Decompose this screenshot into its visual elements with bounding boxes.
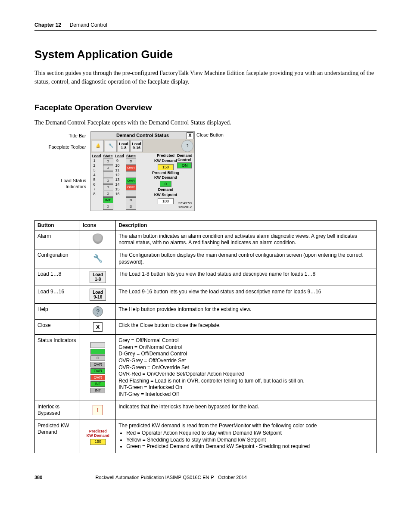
faceplate-titlebar: Demand Control Status X — [91, 132, 194, 139]
chapter-label: Chapter 12 — [34, 22, 61, 28]
predicted-kw-icon: Predicted KW Demand 150 — [87, 429, 109, 445]
state-col-2: State D OVR OVR OVR D D — [126, 154, 136, 210]
col-head-state: State — [103, 154, 113, 158]
th-button: Button — [35, 220, 80, 230]
faceplate-readouts: Demand Control ON Predicted KW Demand 15… — [138, 154, 193, 210]
state-box: D — [103, 204, 113, 210]
help-button[interactable]: ? — [181, 140, 193, 152]
load-9-16-button[interactable]: Load 9-16 — [131, 140, 143, 152]
page-footer: 380 Rockwell Automation Publication IASI… — [34, 475, 377, 480]
button-desc: The Help button provides information for… — [116, 304, 377, 320]
predicted-desc-lead: The predicted KW demand is read from the… — [118, 423, 317, 429]
state-box: D — [103, 191, 113, 197]
status-desc-line: INT-Grey = Interlocked Off — [118, 391, 374, 398]
status-desc-line: Red Flashing = Load is not in OVR, contr… — [118, 378, 374, 385]
table-row: Alarm The alarm button indicates an alar… — [35, 230, 377, 249]
state-box: D — [103, 178, 113, 184]
load-1-8-button[interactable]: Load 1-8 — [118, 140, 130, 152]
table-row: Load 1…8 Load 1-8 The Load 1-8 button le… — [35, 268, 377, 286]
load-num: 5 — [92, 177, 97, 182]
state-box: INT — [103, 197, 113, 203]
state-col-1: State D D D D D INT D — [103, 154, 113, 210]
dc-value: ON — [177, 162, 192, 168]
state-box — [126, 171, 136, 177]
load-num: 11 — [115, 168, 120, 172]
intro-paragraph: This section guides you through the pre-… — [34, 69, 377, 86]
load-num: 8 — [92, 192, 97, 196]
table-row: Help ? The Help button provides informat… — [35, 304, 377, 320]
state-box — [126, 191, 136, 197]
load-1-8-icon: Load 1-8 — [90, 271, 106, 283]
load-num: 2 — [92, 163, 97, 168]
status-green-icon — [90, 349, 105, 355]
status-desc-line: INT-Green = Interlocked On — [118, 384, 374, 391]
load-num: 9 — [115, 159, 120, 163]
status-ovr-green-icon: OVR — [90, 368, 105, 374]
load-num: 4 — [92, 173, 97, 177]
button-name: Configuration — [35, 249, 80, 268]
button-desc: Grey = Off/Normal Control Green = On/Nor… — [116, 335, 377, 401]
state-box: D — [103, 184, 113, 190]
faceplate-time: 22:43:59 — [178, 201, 192, 205]
alarm-button[interactable]: 🔔 — [92, 140, 104, 152]
status-indicator-stack: D OVR OVR OVR INT INT — [90, 342, 105, 393]
load18-l2: 1-8 — [121, 146, 126, 150]
state-box: D — [126, 159, 136, 165]
state-box: OVR — [126, 184, 136, 190]
predicted-value: 150 — [158, 164, 174, 170]
load-num: 15 — [115, 187, 120, 191]
load-num: 1 — [92, 159, 97, 163]
status-desc-line: OVR-Grey = Off/Override Set — [118, 358, 374, 364]
wrench-icon: 🔧 — [93, 254, 103, 263]
section-heading: Faceplate Operation Overview — [34, 103, 377, 112]
th-description: Description — [116, 220, 377, 230]
button-desc: The predicted KW demand is read from the… — [116, 420, 377, 453]
button-name: Interlocks Bypassed — [35, 401, 80, 420]
predicted-label-l2: KW Demand — [154, 159, 177, 163]
status-d-icon: D — [90, 355, 105, 361]
table-row: Status Indicators D OVR OVR OVR INT INT … — [35, 335, 377, 401]
state-box — [103, 171, 113, 177]
button-desc: The Load 1-8 button lets you view the lo… — [116, 268, 377, 286]
state-box: D — [126, 204, 136, 210]
state-box: D — [103, 165, 113, 171]
button-desc: The Configuration button displays the ma… — [116, 249, 377, 268]
load-num: 10 — [115, 163, 120, 168]
publication-info: Rockwell Automation Publication IASIMP-Q… — [95, 475, 246, 480]
interlock-bypassed-icon: ! — [93, 405, 103, 415]
th-icons: Icons — [80, 220, 116, 230]
col-head-state: State — [126, 154, 136, 158]
help-icon: ? — [93, 306, 103, 317]
button-name: Close — [35, 320, 80, 335]
pred-icon-val: 150 — [90, 439, 106, 445]
icon-text-l1: Load — [93, 272, 103, 277]
status-desc-line: Grey = Off/Normal Control — [118, 337, 374, 344]
faceplate-toolbar: 🔔 🔧 Load 1-8 Load 9-16 ? — [91, 139, 194, 153]
button-name: Alarm — [35, 230, 80, 249]
faceplate-panel: Demand Control Status X 🔔 🔧 Load 1-8 Loa… — [90, 131, 195, 211]
close-icon[interactable]: X — [187, 132, 193, 139]
status-int-green-icon: INT — [90, 381, 105, 387]
load-num: 13 — [115, 177, 120, 182]
pred-icon-l2: KW Demand — [87, 434, 109, 438]
button-table: Button Icons Description Alarm The alarm… — [34, 220, 377, 453]
button-name: Help — [35, 304, 80, 320]
status-desc-line: D-Grey = Off/Demand Control — [118, 351, 374, 358]
table-row: Interlocks Bypassed ! Indicates that the… — [35, 401, 377, 420]
load-9-16-icon: Load 9-16 — [90, 289, 106, 301]
status-int-grey-icon: INT — [90, 388, 105, 393]
load-num: 12 — [115, 173, 120, 177]
callout-faceplate-toolbar: Faceplate Toolbar — [34, 144, 86, 149]
icon-text-l1: Load — [93, 290, 103, 295]
state-box: D — [126, 197, 136, 203]
predicted-bullet: Yellow = Shedding Loads to stay within D… — [126, 437, 374, 444]
predicted-name-l2: Demand — [37, 429, 57, 435]
lead-paragraph: The Demand Control Faceplate opens with … — [34, 118, 377, 127]
callout-close-button: Close Button — [196, 132, 224, 137]
load-num: 3 — [92, 168, 97, 172]
page-number: 380 — [34, 475, 42, 480]
setpoint-label-l2: KW Setpoint — [154, 193, 177, 197]
predicted-bullet: Green = Predicted Demand within Demand k… — [126, 443, 374, 450]
button-name: Predicted KW Demand — [35, 420, 80, 453]
config-button[interactable]: 🔧 — [105, 140, 117, 152]
